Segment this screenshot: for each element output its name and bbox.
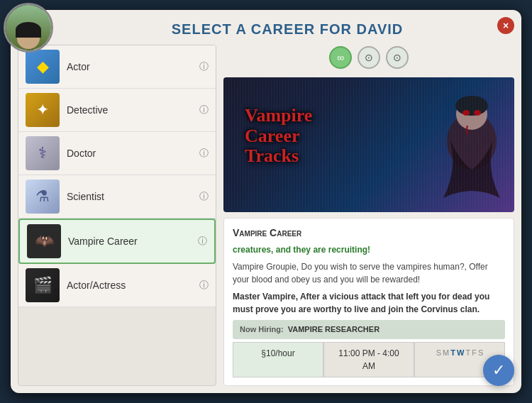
close-button[interactable]: × [497,17,514,34]
career-detail-subtitle: creatures, and they are recruiting! [233,243,505,256]
actress-label: Actor/Actress [67,280,192,291]
career-item-scientist[interactable]: ⚗ Scientist ⓘ [18,175,216,219]
career-item-actress[interactable]: 🎬 Actor/Actress ⓘ [18,264,216,307]
avatar [4,3,53,53]
filter-2-button[interactable]: ⊙ [386,46,409,69]
day-s2: S [478,347,483,359]
doctor-label: Doctor [67,148,192,159]
scientist-icon: ⚗ [26,180,60,214]
vampire-icon: 🦇 [27,224,61,258]
job-pay: §10/hour [233,342,323,377]
career-paragraph-1: Vampire Groupie, Do you wish to serve th… [233,260,505,286]
hiring-label: Now Hiring: [240,324,284,336]
scientist-label: Scientist [67,191,192,202]
days-row: S M T W T F S [422,347,497,359]
career-item-actor[interactable]: ◆ Actor ⓘ [18,45,216,89]
detective-label: Detective [67,104,192,116]
actor-info-icon[interactable]: ⓘ [199,60,209,73]
career-image: Vampire Career Tracks [223,77,514,212]
detective-icon: ✦ [26,93,60,127]
career-list-panel: ◆ Actor ⓘ ✦ Detective ⓘ ⚕ Doctor ⓘ [18,45,216,386]
day-f: F [472,347,477,359]
day-w: W [457,347,464,359]
career-detail-panel: ∞ ⊙ ⊙ [223,45,514,386]
dialog-title: Select a Career for David [172,21,404,37]
career-detail-title: Vampire Career [233,226,505,241]
filter-all-button[interactable]: ∞ [329,46,352,69]
day-t2: T [465,347,470,359]
day-t1: T [450,347,455,359]
actor-label: Actor [67,61,192,72]
career-image-text: Vampire Career Tracks [245,106,312,167]
filter-bar: ∞ ⊙ ⊙ [223,45,514,72]
actor-icon: ◆ [26,50,60,84]
career-paragraph-2: Master Vampire, After a vicious attack t… [233,290,505,316]
main-content: ◆ Actor ⓘ ✦ Detective ⓘ ⚕ Doctor ⓘ [11,45,521,393]
vampire-label: Vampire Career [68,236,191,247]
day-s1: S [436,347,441,359]
detective-info-icon[interactable]: ⓘ [199,104,209,116]
actress-info-icon[interactable]: ⓘ [199,279,209,292]
dialog-header: Select a Career for David [11,10,521,45]
confirm-button[interactable]: ✓ [483,355,514,386]
hiring-bar: Now Hiring: Vampire researcher [233,320,505,339]
career-item-detective[interactable]: ✦ Detective ⓘ [18,89,216,132]
hiring-job: Vampire researcher [288,324,379,336]
actress-icon: 🎬 [26,268,60,302]
filter-1-button[interactable]: ⊙ [358,46,380,69]
career-item-doctor[interactable]: ⚕ Doctor ⓘ [18,132,216,175]
vampire-info-icon[interactable]: ⓘ [198,235,207,248]
job-details: §10/hour 11:00 PM - 4:00 AM S M T W T F … [233,342,505,377]
day-m: M [443,347,449,359]
career-item-vampire[interactable]: 🦇 Vampire Career ⓘ [18,219,216,264]
scientist-info-icon[interactable]: ⓘ [199,190,209,203]
doctor-info-icon[interactable]: ⓘ [199,147,209,160]
doctor-icon: ⚕ [26,136,60,170]
career-select-dialog: × Select a Career for David ◆ Actor ⓘ ✦ … [11,10,521,393]
career-list: ◆ Actor ⓘ ✦ Detective ⓘ ⚕ Doctor ⓘ [18,45,216,385]
career-detail-text: Vampire Career creatures, and they are r… [223,218,514,386]
job-hours: 11:00 PM - 4:00 AM [323,342,414,377]
